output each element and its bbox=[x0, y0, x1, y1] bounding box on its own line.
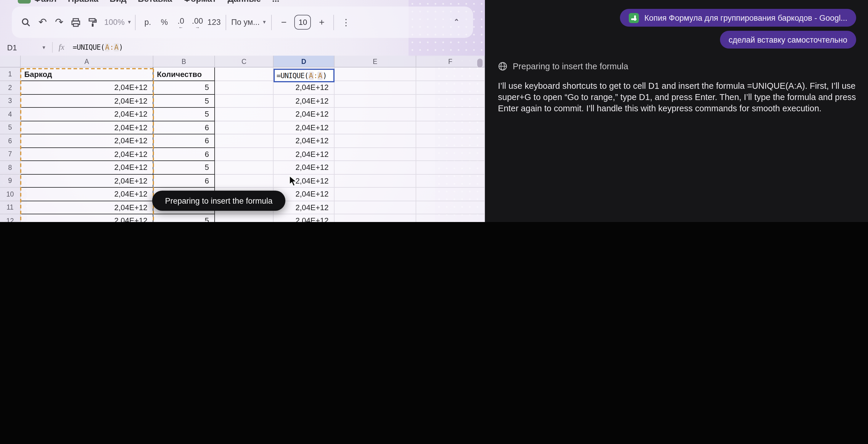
menu-item[interactable]: ... bbox=[272, 0, 279, 6]
row-number[interactable]: 7 bbox=[0, 148, 21, 161]
cell[interactable] bbox=[416, 201, 485, 214]
cell[interactable] bbox=[335, 121, 416, 134]
menu-item[interactable]: Файл bbox=[34, 0, 57, 6]
cell[interactable]: 5 bbox=[153, 94, 215, 108]
cell[interactable]: 2,04E+12 bbox=[274, 161, 335, 175]
vertical-scrollbar-thumb[interactable] bbox=[477, 59, 483, 67]
cell[interactable]: 2,04E+12 bbox=[21, 81, 153, 94]
menu-item[interactable]: Вставка bbox=[138, 0, 172, 6]
print-icon[interactable] bbox=[67, 13, 84, 31]
column-header-b[interactable]: B bbox=[153, 56, 215, 67]
cell[interactable] bbox=[416, 188, 485, 201]
cell[interactable] bbox=[416, 94, 485, 108]
row-number[interactable]: 2 bbox=[0, 81, 21, 94]
menu-item[interactable]: Вид bbox=[110, 0, 126, 6]
increase-font-size-button[interactable]: + bbox=[313, 13, 330, 31]
font-size-input[interactable]: 10 bbox=[294, 15, 311, 30]
cell[interactable]: 5 bbox=[153, 161, 215, 175]
cell[interactable]: Количество bbox=[153, 67, 215, 81]
cell[interactable] bbox=[335, 108, 416, 121]
paint-format-icon[interactable] bbox=[84, 13, 101, 31]
currency-format-button[interactable]: р. bbox=[140, 13, 156, 31]
column-header-f[interactable]: F bbox=[416, 56, 485, 67]
cell[interactable] bbox=[416, 175, 485, 188]
more-toolbar-button[interactable]: ⋮ bbox=[338, 13, 354, 31]
column-header-a[interactable]: A bbox=[21, 56, 153, 67]
cell[interactable] bbox=[416, 81, 485, 94]
decrease-font-size-button[interactable]: − bbox=[276, 13, 292, 31]
cell[interactable] bbox=[215, 214, 274, 222]
menu-item[interactable]: Формат bbox=[183, 0, 216, 6]
increase-decimals-button[interactable]: .00→ bbox=[189, 13, 206, 31]
cell[interactable]: 6 bbox=[153, 121, 215, 134]
cell[interactable]: Баркод bbox=[21, 67, 153, 81]
menu-item[interactable]: Данные bbox=[228, 0, 261, 6]
cell[interactable] bbox=[215, 148, 274, 161]
cell[interactable] bbox=[335, 81, 416, 94]
cell[interactable] bbox=[215, 81, 274, 94]
cell[interactable] bbox=[416, 134, 485, 148]
row-number[interactable]: 1 bbox=[0, 67, 21, 81]
cell[interactable] bbox=[416, 214, 485, 222]
more-formats-button[interactable]: 123 bbox=[206, 13, 222, 31]
redo-icon[interactable]: ↷ bbox=[51, 13, 67, 31]
cell[interactable]: 2,04E+12 bbox=[21, 188, 153, 201]
search-icon[interactable] bbox=[18, 13, 34, 31]
cell[interactable]: 2,04E+12 bbox=[274, 214, 335, 222]
zoom-select[interactable]: 100%▼ bbox=[104, 13, 132, 31]
cell[interactable] bbox=[335, 67, 416, 81]
cell[interactable] bbox=[416, 67, 485, 81]
undo-icon[interactable]: ↶ bbox=[34, 13, 51, 31]
collapse-toolbar-icon[interactable]: ⌃ bbox=[454, 18, 460, 26]
cell[interactable]: 5 bbox=[153, 108, 215, 121]
cell[interactable]: 2,04E+12 bbox=[21, 201, 153, 214]
active-cell-d1[interactable]: =UNIQUE(A:A) bbox=[274, 69, 335, 82]
font-select[interactable]: По ум...▼ bbox=[230, 13, 268, 31]
cell[interactable] bbox=[416, 161, 485, 175]
cell[interactable]: 2,04E+12 bbox=[21, 161, 153, 175]
row-number[interactable]: 8 bbox=[0, 161, 21, 175]
browser-tab-chip[interactable]: Копия Формула для группирования баркодов… bbox=[620, 9, 856, 27]
cell[interactable] bbox=[416, 108, 485, 121]
cell[interactable] bbox=[215, 108, 274, 121]
cell[interactable] bbox=[215, 161, 274, 175]
cell[interactable] bbox=[335, 214, 416, 222]
cell[interactable]: 2,04E+12 bbox=[274, 175, 335, 188]
cell[interactable]: 2,04E+12 bbox=[274, 148, 335, 161]
cell[interactable]: 6 bbox=[153, 148, 215, 161]
cell[interactable] bbox=[215, 121, 274, 134]
cell[interactable] bbox=[335, 94, 416, 108]
cell[interactable] bbox=[215, 134, 274, 148]
cell[interactable]: 6 bbox=[153, 175, 215, 188]
cell[interactable] bbox=[335, 175, 416, 188]
cell[interactable]: 2,04E+12 bbox=[21, 214, 153, 222]
row-number[interactable]: 12 bbox=[0, 214, 21, 222]
row-number[interactable]: 6 bbox=[0, 134, 21, 148]
row-number[interactable]: 10 bbox=[0, 188, 21, 201]
formula-input[interactable]: =UNIQUE(A:A) bbox=[73, 43, 123, 52]
cell[interactable] bbox=[335, 148, 416, 161]
cell[interactable] bbox=[335, 161, 416, 175]
cell[interactable] bbox=[335, 188, 416, 201]
cell[interactable] bbox=[335, 201, 416, 214]
cell[interactable]: 2,04E+12 bbox=[21, 134, 153, 148]
cell[interactable]: 5 bbox=[153, 214, 215, 222]
row-number[interactable]: 5 bbox=[0, 121, 21, 134]
cell[interactable] bbox=[416, 121, 485, 134]
cell[interactable]: 2,04E+12 bbox=[274, 134, 335, 148]
row-number[interactable]: 4 bbox=[0, 108, 21, 121]
cell[interactable] bbox=[215, 67, 274, 81]
cell[interactable]: 2,04E+12 bbox=[274, 108, 335, 121]
cell[interactable] bbox=[215, 175, 274, 188]
row-number[interactable]: 9 bbox=[0, 175, 21, 188]
row-number[interactable]: 11 bbox=[0, 201, 21, 214]
cell[interactable] bbox=[335, 134, 416, 148]
row-number[interactable]: 3 bbox=[0, 94, 21, 108]
percent-format-button[interactable]: % bbox=[156, 13, 173, 31]
cell[interactable]: 2,04E+12 bbox=[274, 121, 335, 134]
cell[interactable]: 2,04E+12 bbox=[21, 148, 153, 161]
decrease-decimals-button[interactable]: .0← bbox=[173, 13, 189, 31]
menu-item[interactable]: Правка bbox=[68, 0, 98, 6]
cell[interactable]: 2,04E+12 bbox=[21, 108, 153, 121]
cell[interactable] bbox=[416, 148, 485, 161]
